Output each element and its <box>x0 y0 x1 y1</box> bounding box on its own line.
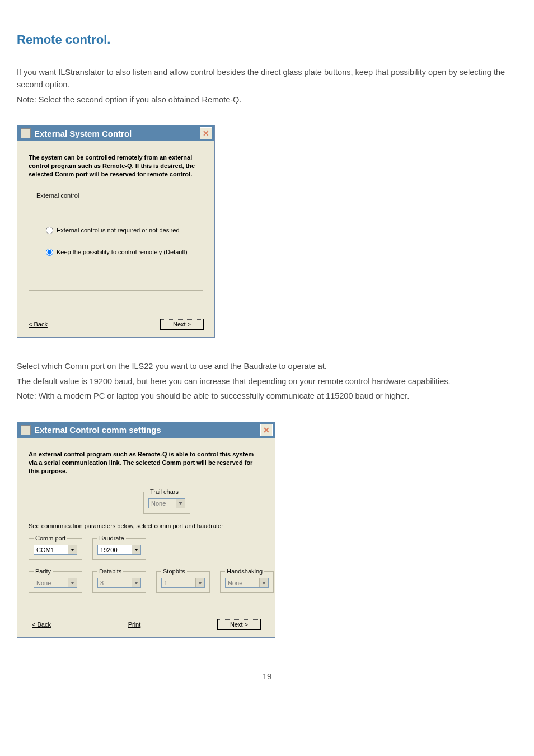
app-icon <box>21 128 31 138</box>
print-button[interactable]: Print <box>128 621 141 628</box>
svg-marker-2 <box>134 549 138 551</box>
intro-paragraph-2: Note: Select the second option if you al… <box>17 94 517 106</box>
dialog2-title: External Control comm settings <box>34 425 260 435</box>
chevron-down-icon <box>132 545 140 554</box>
dialog1-titlebar: External System Control ✕ <box>17 125 214 141</box>
baudrate-value: 19200 <box>98 547 132 553</box>
stopbits-value: 1 <box>162 580 195 586</box>
svg-marker-3 <box>71 582 74 584</box>
comm-paragraph-3: Note: With a modern PC or laptop you sho… <box>17 390 517 402</box>
app-icon <box>21 425 31 435</box>
parity-legend: Parity <box>34 568 53 575</box>
svg-marker-1 <box>71 549 74 551</box>
chevron-down-icon <box>68 578 77 587</box>
stopbits-legend: Stopbits <box>161 568 187 575</box>
chevron-down-icon <box>259 578 268 587</box>
trail-chars-group: Trail chars None <box>143 488 190 514</box>
handshaking-group: Handshaking None <box>220 568 274 593</box>
back-button[interactable]: < Back <box>29 321 48 328</box>
chevron-down-icon <box>195 578 204 587</box>
baudrate-combo[interactable]: 19200 <box>97 545 141 555</box>
comm-port-combo[interactable]: COM1 <box>34 545 77 555</box>
radio-keep-remote-input[interactable] <box>46 249 53 256</box>
comm-port-legend: Comm port <box>34 535 67 542</box>
chevron-down-icon <box>68 545 77 554</box>
handshaking-combo[interactable]: None <box>225 578 269 588</box>
external-system-control-dialog: External System Control ✕ The system can… <box>17 125 215 338</box>
baudrate-group: Baudrate 19200 <box>92 535 146 560</box>
radio-not-required[interactable]: External control is not required or not … <box>46 227 197 234</box>
dialog1-description: The system can be controlled remotely fr… <box>29 153 203 179</box>
external-control-comm-dialog: External Control comm settings ✕ An exte… <box>17 422 275 638</box>
next-button[interactable]: Next > <box>161 319 203 329</box>
external-control-legend: External control <box>35 192 81 199</box>
svg-marker-6 <box>262 582 266 584</box>
trail-chars-value: None <box>149 500 176 507</box>
page-number: 19 <box>17 671 517 681</box>
svg-marker-0 <box>179 502 182 505</box>
trail-chars-combo[interactable]: None <box>148 498 185 508</box>
intro-paragraph-1: If you want ILStranslator to also listen… <box>17 66 517 91</box>
stopbits-combo[interactable]: 1 <box>161 578 205 588</box>
back-button[interactable]: < Back <box>32 621 51 628</box>
svg-marker-4 <box>134 582 138 584</box>
comm-paragraph-1: Select which Comm port on the ILS22 you … <box>17 360 517 372</box>
dialog1-title: External System Control <box>34 129 200 138</box>
parity-combo[interactable]: None <box>34 578 77 588</box>
parity-value: None <box>34 580 68 586</box>
next-button[interactable]: Next > <box>218 619 260 629</box>
databits-combo[interactable]: 8 <box>97 578 141 588</box>
parity-group: Parity None <box>29 568 82 593</box>
baudrate-legend: Baudrate <box>97 535 126 542</box>
close-icon[interactable]: ✕ <box>200 127 212 139</box>
handshaking-value: None <box>226 580 259 586</box>
radio-not-required-label: External control is not required or not … <box>57 227 180 234</box>
svg-marker-5 <box>198 582 202 584</box>
dialog2-titlebar: External Control comm settings ✕ <box>17 422 275 438</box>
radio-not-required-input[interactable] <box>46 227 53 234</box>
radio-keep-remote[interactable]: Keep the possibility to control remotely… <box>46 249 197 256</box>
radio-keep-remote-label: Keep the possibility to control remotely… <box>57 249 188 255</box>
databits-group: Databits 8 <box>92 568 146 593</box>
databits-legend: Databits <box>97 568 123 575</box>
close-icon[interactable]: ✕ <box>260 424 273 436</box>
databits-value: 8 <box>98 580 132 586</box>
stopbits-group: Stopbits 1 <box>156 568 210 593</box>
chevron-down-icon <box>176 499 185 508</box>
comm-paragraph-2: The default value is 19200 baud, but her… <box>17 375 517 388</box>
comm-port-value: COM1 <box>34 547 68 553</box>
trail-chars-legend: Trail chars <box>148 488 180 495</box>
comm-instructions: See communication parameters below, sele… <box>29 522 264 529</box>
handshaking-legend: Handshaking <box>225 568 264 575</box>
chevron-down-icon <box>132 578 140 587</box>
external-control-group: External control External control is not… <box>29 192 203 291</box>
section-heading: Remote control. <box>17 32 517 47</box>
dialog2-description: An external control program such as Remo… <box>29 450 264 475</box>
comm-port-group: Comm port COM1 <box>29 535 82 560</box>
